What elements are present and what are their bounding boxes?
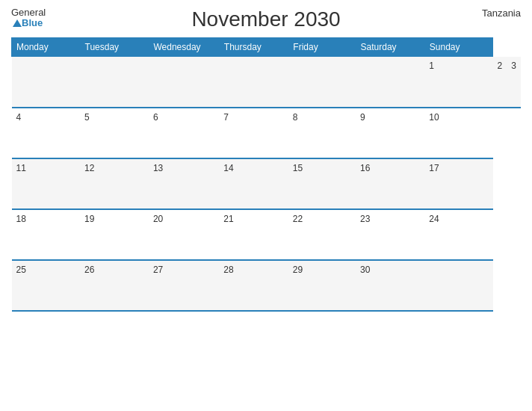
day-number: 16 [360, 163, 370, 173]
day-cell [424, 260, 492, 311]
day-number: 4 [16, 112, 22, 123]
day-number: 2 [498, 61, 503, 71]
day-number: 26 [84, 265, 94, 275]
day-cell: 24 [424, 209, 492, 260]
day-number: 22 [293, 214, 303, 224]
empty-day-cell [80, 57, 149, 108]
country-label: Tanzania [482, 7, 521, 19]
day-cell: 12 [80, 158, 149, 209]
day-number: 5 [84, 112, 90, 123]
day-number: 13 [153, 163, 163, 173]
calendar-grid: Monday Tuesday Wednesday Thursday Friday… [11, 37, 521, 312]
day-number: 12 [84, 163, 94, 173]
day-cell: 29 [288, 260, 356, 311]
weekday-header-row: Monday Tuesday Wednesday Thursday Friday… [12, 38, 522, 57]
day-cell: 8 [288, 108, 356, 158]
day-cell: 6 [149, 108, 219, 158]
day-cell: 27 [149, 260, 219, 311]
calendar-week-row: 45678910 [12, 108, 522, 158]
day-cell: 1 [424, 57, 492, 108]
logo-triangle-icon [13, 19, 22, 27]
day-cell: 30 [356, 260, 424, 311]
day-number: 27 [153, 265, 163, 275]
day-number: 7 [223, 112, 229, 123]
day-cell: 16 [356, 158, 424, 209]
day-cell: 4 [12, 108, 81, 158]
calendar-header: General Blue November 2030 Tanzania [11, 7, 521, 31]
day-cell: 20 [149, 209, 219, 260]
calendar-week-row: 18192021222324 [12, 209, 522, 260]
day-number: 25 [16, 265, 26, 275]
calendar-week-row: 11121314151617 [12, 158, 522, 209]
day-cell: 26 [80, 260, 149, 311]
logo-blue-text: Blue [22, 18, 43, 28]
day-cell [356, 57, 424, 108]
day-number: 21 [223, 214, 233, 224]
header-wednesday: Wednesday [149, 38, 219, 57]
header-sunday: Sunday [424, 38, 492, 57]
day-cell: 7 [219, 108, 288, 158]
calendar-container: General Blue November 2030 Tanzania Mond… [0, 0, 532, 411]
day-number: 8 [293, 112, 298, 123]
day-number: 10 [429, 112, 439, 123]
day-number: 3 [511, 61, 516, 71]
header-monday: Monday [12, 38, 81, 57]
day-cell: 25 [12, 260, 81, 311]
calendar-title: November 2030 [191, 7, 340, 31]
day-number: 29 [293, 265, 303, 275]
day-cell: 18 [12, 209, 81, 260]
empty-day-cell [149, 57, 219, 108]
day-cell: 5 [80, 108, 149, 158]
logo: General Blue [11, 7, 46, 29]
day-number: 11 [16, 163, 26, 173]
empty-day-cell [12, 57, 81, 108]
calendar-week-row: 123 [12, 57, 522, 108]
day-number: 23 [360, 214, 370, 224]
day-cell: 11 [12, 158, 81, 209]
day-cell: 10 [424, 108, 492, 158]
day-number: 6 [153, 112, 158, 123]
day-number: 28 [223, 265, 233, 275]
day-cell: 28 [219, 260, 288, 311]
day-cell: 19 [80, 209, 149, 260]
day-number: 17 [429, 163, 439, 173]
header-saturday: Saturday [356, 38, 424, 57]
header-tuesday: Tuesday [80, 38, 149, 57]
day-number: 9 [360, 112, 365, 123]
day-number: 30 [360, 265, 370, 275]
day-number: 19 [84, 214, 94, 224]
day-cell: 17 [424, 158, 492, 209]
day-cell [219, 57, 288, 108]
day-cell: 22 [288, 209, 356, 260]
day-cell: 15 [288, 158, 356, 209]
day-cell: 21 [219, 209, 288, 260]
header-thursday: Thursday [219, 38, 288, 57]
day-number: 18 [16, 214, 26, 224]
day-number: 1 [429, 61, 434, 71]
day-number: 15 [293, 163, 303, 173]
day-cell: 14 [219, 158, 288, 209]
day-number: 20 [153, 214, 163, 224]
day-cell: 13 [149, 158, 219, 209]
day-cell: 9 [356, 108, 424, 158]
day-cell: 2 [493, 57, 507, 108]
day-number: 24 [429, 214, 439, 224]
logo-general-text: General [11, 7, 46, 18]
calendar-week-row: 252627282930 [12, 260, 522, 311]
day-number: 14 [223, 163, 233, 173]
header-friday: Friday [288, 38, 356, 57]
day-cell: 23 [356, 209, 424, 260]
day-cell [288, 57, 356, 108]
day-cell: 3 [507, 57, 521, 108]
